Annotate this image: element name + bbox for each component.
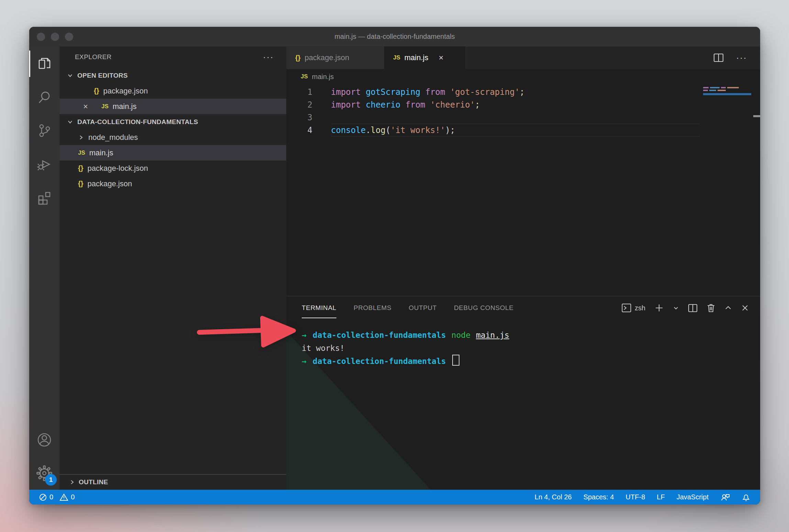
tree-item-package-json[interactable]: {} package.json: [59, 176, 286, 191]
tab-main-js[interactable]: JS main.js ×: [384, 46, 465, 69]
zoom-window-button[interactable]: [65, 33, 73, 41]
terminal-prompt-line: →data-collection-fundamentals: [302, 355, 760, 368]
explorer-sidebar: EXPLORER ··· OPEN EDITORS {} package.jso…: [59, 46, 286, 490]
chevron-down-icon: [67, 119, 73, 125]
new-terminal-button[interactable]: [654, 303, 664, 313]
tab-package-json[interactable]: {} package.json: [286, 46, 384, 69]
warning-icon: [59, 493, 68, 501]
window-title: main.js — data-collection-fundamentals: [334, 33, 455, 41]
open-editors-header[interactable]: OPEN EDITORS: [59, 68, 286, 83]
run-debug-activity-button[interactable]: [29, 147, 59, 180]
close-panel-icon[interactable]: [741, 304, 749, 312]
extensions-icon: [37, 190, 52, 205]
vscode-window: main.js — data-collection-fundamentals: [29, 27, 760, 505]
account-button[interactable]: [29, 423, 59, 456]
launch-profile-button[interactable]: zsh: [622, 303, 645, 312]
open-editor-main-js[interactable]: × JS main.js: [59, 99, 286, 114]
maximize-panel-chevron-up-icon[interactable]: [724, 305, 732, 311]
terminal-content[interactable]: →data-collection-fundamentalsnodemain.js…: [286, 320, 760, 368]
editor-tabbar: {} package.json JS main.js × ···: [286, 46, 760, 69]
tree-item-main-js[interactable]: JS main.js: [59, 145, 286, 160]
warnings-status-button[interactable]: 0: [59, 493, 75, 501]
code-line: 3: [286, 111, 760, 124]
editor-group: {} package.json JS main.js × ···: [286, 46, 760, 490]
editor-more-actions-button[interactable]: ···: [736, 53, 747, 63]
language-mode-status[interactable]: JavaScript: [677, 493, 709, 501]
js-file-icon: JS: [393, 54, 400, 61]
titlebar[interactable]: main.js — data-collection-fundamentals: [29, 27, 760, 46]
account-icon: [36, 432, 52, 448]
minimap-current-line: [703, 93, 751, 95]
split-terminal-button[interactable]: [688, 304, 698, 312]
terminal-cursor: [452, 355, 459, 366]
terminal-output-line: it works!: [302, 342, 760, 355]
sidebar-title: EXPLORER: [75, 53, 112, 61]
json-file-icon: {}: [78, 164, 84, 172]
tab-terminal[interactable]: TERMINAL: [302, 296, 336, 320]
notifications-bell-icon[interactable]: [742, 493, 751, 502]
run-debug-icon: [36, 156, 52, 172]
json-file-icon: {}: [295, 54, 301, 62]
indentation-status[interactable]: Spaces: 4: [584, 493, 614, 501]
chevron-right-icon: [69, 479, 75, 485]
js-file-icon: JS: [101, 103, 109, 110]
minimize-window-button[interactable]: [51, 33, 59, 41]
chevron-down-icon: [67, 73, 73, 79]
scrollbar-marker[interactable]: [753, 115, 760, 117]
json-file-icon: {}: [78, 180, 84, 188]
extensions-activity-button[interactable]: [29, 180, 59, 214]
json-file-icon: {}: [94, 87, 99, 95]
close-tab-icon[interactable]: ×: [438, 53, 443, 63]
problems-status-button[interactable]: 0: [39, 493, 53, 501]
close-window-button[interactable]: [37, 33, 45, 41]
close-editor-icon[interactable]: ×: [81, 102, 90, 111]
explorer-more-actions-button[interactable]: ···: [263, 52, 274, 63]
minimap[interactable]: [703, 87, 751, 95]
traffic-lights: [37, 27, 73, 46]
breadcrumb[interactable]: JS main.js: [286, 69, 760, 84]
search-icon: [37, 90, 52, 105]
source-control-icon: [37, 123, 52, 138]
js-file-icon: JS: [78, 149, 85, 156]
explorer-activity-button[interactable]: [29, 47, 59, 80]
tab-output[interactable]: OUTPUT: [409, 296, 437, 320]
eol-status[interactable]: LF: [657, 493, 665, 501]
settings-badge: 1: [45, 474, 57, 486]
terminal-panel: TERMINAL PROBLEMS OUTPUT DEBUG CONSOLE z…: [286, 296, 760, 490]
open-editor-package-json[interactable]: {} package.json: [59, 83, 286, 99]
settings-button[interactable]: 1: [29, 456, 59, 490]
js-file-icon: JS: [301, 73, 308, 80]
files-icon: [36, 56, 52, 72]
tree-item-package-lock-json[interactable]: {} package-lock.json: [59, 160, 286, 176]
split-editor-button[interactable]: [713, 53, 724, 62]
folder-section-header[interactable]: DATA-COLLECTION-FUNDAMENTALS: [59, 114, 286, 130]
errors-icon: [39, 493, 47, 501]
feedback-icon[interactable]: [720, 493, 730, 502]
cursor-position-status[interactable]: Ln 4, Col 26: [535, 493, 572, 501]
tab-problems[interactable]: PROBLEMS: [354, 296, 391, 320]
code-line: 2 import cheerio from 'cheerio';: [286, 98, 760, 111]
code-line-current: 4 console.log('it works!');: [286, 124, 760, 136]
status-bar: 0 0 Ln 4, Col 26 Spaces: 4 UTF-8 LF Java…: [29, 490, 760, 505]
outline-section-header[interactable]: OUTLINE: [59, 474, 286, 490]
chevron-right-icon: [78, 134, 84, 141]
panel-header: TERMINAL PROBLEMS OUTPUT DEBUG CONSOLE z…: [286, 296, 760, 320]
code-editor[interactable]: 1 import gotScraping from 'got-scraping'…: [286, 84, 760, 296]
terminal-dropdown-chevron-icon[interactable]: [673, 305, 679, 311]
tree-item-node-modules[interactable]: node_modules: [59, 130, 286, 145]
source-control-activity-button[interactable]: [29, 114, 59, 147]
tab-debug-console[interactable]: DEBUG CONSOLE: [454, 296, 514, 320]
code-line: 1 import gotScraping from 'got-scraping'…: [286, 86, 760, 98]
terminal-prompt-line: →data-collection-fundamentalsnodemain.js: [302, 329, 760, 342]
activity-bar: 1: [29, 46, 59, 490]
search-activity-button[interactable]: [29, 80, 59, 114]
kill-terminal-trash-icon[interactable]: [707, 303, 715, 313]
encoding-status[interactable]: UTF-8: [626, 493, 645, 501]
